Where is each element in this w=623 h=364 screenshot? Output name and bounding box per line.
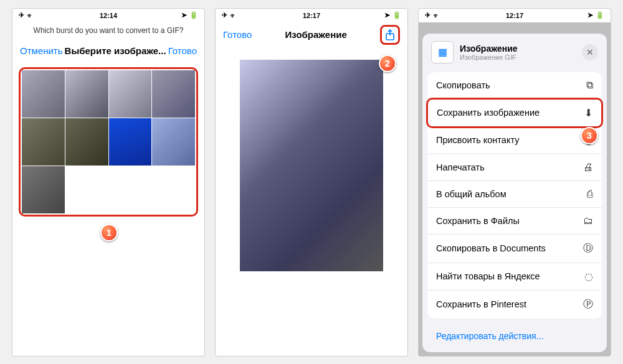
thumbnail-8[interactable] xyxy=(22,166,65,213)
action-label: Сохранить в Pinterest xyxy=(436,299,526,309)
thumbnail-2[interactable] xyxy=(109,70,152,118)
action-icon: Ⓟ xyxy=(583,298,593,311)
done-button[interactable]: Готово xyxy=(223,29,252,40)
thumbnail-11[interactable] xyxy=(152,166,195,213)
file-title: Изображение xyxy=(460,44,576,54)
action-icon: ⧉ xyxy=(586,80,593,91)
status-bar: ✈︎ ᯤ 12:17 ➤ 🔋 xyxy=(216,9,407,22)
share-action[interactable]: Сохранить в PinterestⓅ xyxy=(427,291,602,319)
file-subtitle: Изображение GIF xyxy=(460,54,576,61)
action-label: В общий альбом xyxy=(436,189,506,199)
share-action[interactable]: Напечатать🖨 xyxy=(427,154,602,181)
share-button[interactable] xyxy=(380,25,400,45)
prompt-text: Which burst do you want to convert to a … xyxy=(12,22,204,39)
action-icon: Ⓓ xyxy=(583,242,593,255)
clock: 12:17 xyxy=(506,12,523,19)
action-label: Найти товары в Яндексе xyxy=(436,271,540,281)
sheet-header: ▦ Изображение Изображение GIF ✕ xyxy=(427,39,602,66)
airplane-icon: ✈︎ xyxy=(425,11,430,19)
action-icon: ◌ xyxy=(584,271,593,282)
thumbnail-3[interactable] xyxy=(152,70,195,118)
action-label: Сохранить в Файлы xyxy=(436,216,520,226)
clock: 12:17 xyxy=(303,12,320,19)
screen-3-share-sheet: ✈︎ ᯤ 12:17 ➤ 🔋 ▦ Изображение Изображение… xyxy=(418,8,611,357)
action-label: Напечатать xyxy=(436,162,485,172)
action-list: Скопировать⧉Сохранить изображение⬇Присво… xyxy=(427,72,602,319)
wifi-icon: ᯤ xyxy=(230,12,237,19)
edit-actions-link[interactable]: Редактировать действия... xyxy=(427,325,602,347)
action-label: Сохранить изображение xyxy=(437,108,540,118)
screen-2-preview: ✈︎ ᯤ 12:17 ➤ 🔋 Готово Изображение 2 xyxy=(215,8,408,357)
action-icon: ⎙ xyxy=(587,189,593,200)
thumbnail-grid xyxy=(22,70,195,213)
nav-title: Изображение xyxy=(285,29,347,40)
status-bar: ✈︎ ᯤ 12:17 ➤ 🔋 xyxy=(419,9,611,22)
clock: 12:14 xyxy=(100,12,117,19)
thumbnail-0[interactable] xyxy=(22,70,65,118)
step-badge-1: 1 xyxy=(100,224,118,241)
done-button[interactable]: Готово xyxy=(168,45,197,56)
thumbnail-6[interactable] xyxy=(109,118,152,166)
close-button[interactable]: ✕ xyxy=(582,44,598,60)
share-action[interactable]: Скопировать⧉ xyxy=(427,72,602,99)
share-action[interactable]: Сохранить в Файлы🗂 xyxy=(427,208,602,235)
share-action[interactable]: Присвоить контакту◉ xyxy=(427,127,602,154)
action-icon: 🗂 xyxy=(583,215,593,226)
thumbnail-1[interactable] xyxy=(65,70,108,118)
share-icon xyxy=(385,29,395,40)
action-label: Присвоить контакту xyxy=(436,135,519,145)
airplane-icon: ✈︎ xyxy=(222,11,227,19)
step-badge-3: 3 xyxy=(581,127,598,144)
file-thumbnail-icon: ▦ xyxy=(431,41,454,63)
status-bar: ✈︎ ᯤ 12:14 ➤ 🔋 xyxy=(12,9,204,22)
close-icon: ✕ xyxy=(586,47,594,57)
thumbnail-7[interactable] xyxy=(152,118,195,166)
location-icon: ➤ xyxy=(181,11,187,19)
thumbnail-5[interactable] xyxy=(65,118,108,166)
cancel-button[interactable]: Отменить xyxy=(20,45,63,56)
battery-icon: 🔋 xyxy=(596,11,604,19)
share-action[interactable]: В общий альбом⎙ xyxy=(427,181,602,208)
location-icon: ➤ xyxy=(587,11,593,19)
share-action[interactable]: Скопировать в DocumentsⒹ xyxy=(427,235,602,263)
thumbnail-9[interactable] xyxy=(65,166,108,213)
image-preview xyxy=(240,60,383,271)
action-label: Скопировать xyxy=(436,80,490,90)
wifi-icon: ᯤ xyxy=(433,12,440,19)
nav-title: Выберите изображе... xyxy=(65,45,166,56)
nav-bar: Готово Изображение xyxy=(216,22,407,47)
share-action[interactable]: Найти товары в Яндексе◌ xyxy=(427,263,602,291)
action-icon: 🖨 xyxy=(583,162,593,173)
battery-icon: 🔋 xyxy=(189,11,198,19)
battery-icon: 🔋 xyxy=(392,11,401,19)
nav-bar: Отменить Выберите изображе... Готово xyxy=(12,39,204,63)
share-action[interactable]: Сохранить изображение⬇ xyxy=(426,98,603,128)
thumbnail-10[interactable] xyxy=(109,166,152,213)
location-icon: ➤ xyxy=(384,11,390,19)
action-label: Скопировать в Documents xyxy=(436,243,546,253)
screen-1-burst-picker: ✈︎ ᯤ 12:14 ➤ 🔋 Which burst do you want t… xyxy=(12,8,205,357)
airplane-icon: ✈︎ xyxy=(19,11,24,19)
step-badge-2: 2 xyxy=(379,55,396,72)
thumbnail-4[interactable] xyxy=(22,118,65,166)
thumbnail-grid-highlight xyxy=(19,67,198,217)
action-icon: ⬇ xyxy=(584,107,592,119)
wifi-icon: ᯤ xyxy=(27,12,34,19)
share-sheet: ▦ Изображение Изображение GIF ✕ Скопиров… xyxy=(422,34,607,352)
